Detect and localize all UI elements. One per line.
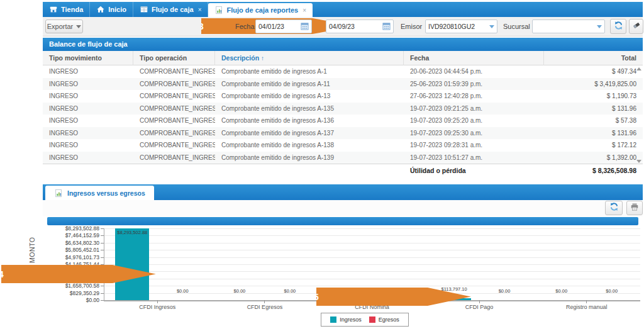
table-row[interactable]: INGRESOCOMPROBANTE_INGRESOComprobante em… (43, 139, 643, 152)
chart-print-button[interactable] (626, 201, 643, 215)
chart-legend: Ingresos Egresos (321, 313, 409, 327)
fecha-label: Fecha (235, 20, 255, 33)
bar-value-label: $0.00 (177, 288, 189, 294)
column-header-fecha[interactable]: Fecha (404, 51, 544, 65)
report-chart-icon (214, 6, 223, 14)
legend-item-egresos: Egresos (369, 316, 399, 323)
tab-inicio[interactable]: Inicio (90, 2, 133, 17)
table-row[interactable]: INGRESOCOMPROBANTE_INGRESOComprobante em… (43, 127, 643, 140)
export-button-label: Exportar (47, 23, 74, 30)
table-row[interactable]: INGRESOCOMPROBANTE_INGRESOComprobante em… (43, 115, 643, 127)
category-registro-manual: $0.00 $0.00 (533, 228, 640, 300)
category-cfdi-egresos: $0.00 $0.00 (211, 228, 319, 300)
bar-value-label: $113,797.10 (441, 286, 467, 292)
emisor-value: IVD920810GU2 (428, 23, 489, 30)
chart-toolbar (43, 200, 643, 216)
y-axis-tick-labels: $8,293,502.88 $7,464,152.59 $6,634,802.3… (36, 225, 99, 304)
column-header-tipo-operacion[interactable]: Tipo operación (133, 51, 215, 65)
refresh-button[interactable] (610, 19, 626, 34)
export-button[interactable]: Exportar (45, 20, 83, 33)
home-icon (96, 5, 105, 14)
bar-value-label: $0.00 (555, 288, 567, 294)
chevron-down-icon (597, 25, 602, 28)
table-row[interactable]: INGRESOCOMPROBANTE_INGRESOComprobante em… (43, 103, 643, 115)
column-header-descripcion[interactable]: Descripción ↑ (215, 51, 404, 65)
callout-number: 4 (0, 269, 4, 279)
column-header-total[interactable]: Total (544, 51, 643, 65)
table-row[interactable]: INGRESOCOMPROBANTE_INGRESOComprobante em… (43, 152, 643, 164)
close-icon[interactable]: × (198, 6, 202, 13)
clear-filters-button[interactable] (629, 19, 643, 34)
chevron-down-icon (76, 25, 81, 28)
tab-flujo-de-caja-reportes[interactable]: Flujo de caja reportes × (208, 3, 313, 17)
close-icon[interactable]: × (303, 7, 306, 14)
report-chart-icon (54, 189, 63, 198)
chart-title-bar (47, 217, 638, 225)
table-row[interactable]: INGRESOCOMPROBANTE_INGRESOComprobante em… (43, 78, 643, 91)
category-cfdi-ingresos: $8,293,502.88 $0.00 (104, 228, 211, 300)
table-row[interactable]: INGRESOCOMPROBANTE_INGRESOComprobante em… (43, 65, 643, 78)
date-to-input[interactable]: 04/09/23 (326, 20, 394, 33)
tab-label: Flujo de caja (152, 6, 194, 13)
date-from-value: 04/01/23 (258, 23, 301, 30)
sort-ascending-icon: ↑ (261, 55, 264, 62)
application-window: Tienda Inicio Flujo de caja × Flujo de c… (0, 0, 644, 336)
legend-item-ingresos: Ingresos (330, 316, 362, 323)
sucursal-label: Sucursal (503, 20, 530, 33)
chart-refresh-button[interactable] (605, 201, 623, 215)
cashflow-grid-icon (140, 5, 148, 14)
scroll-down-icon[interactable] (636, 160, 641, 163)
calendar-icon[interactable] (382, 22, 391, 31)
total-row-label: Útilidad o pérdida (404, 164, 544, 177)
bar-value-label: $0.00 (234, 288, 246, 294)
eraser-icon (632, 21, 641, 32)
tab-label: Flujo de caja reportes (226, 6, 298, 14)
bar-ingresos[interactable] (115, 228, 149, 300)
calendar-icon[interactable] (301, 22, 309, 31)
table-row[interactable]: INGRESOCOMPROBANTE_INGRESOComprobante em… (43, 90, 643, 103)
table-header-row: Tipo movimiento Tipo operación Descripci… (43, 51, 643, 65)
chart-tab-label: Ingresos versus egresos (67, 189, 145, 197)
total-row-value: $ 8,326,508.98 (544, 164, 643, 177)
bar-value-label: $0.00 (284, 288, 296, 294)
chart-tab-bar: Ingresos versus egresos (43, 184, 643, 200)
printer-icon (630, 203, 639, 214)
emisor-label: Emisor (401, 20, 422, 33)
column-header-tipo-movimiento[interactable]: Tipo movimiento (43, 51, 133, 65)
tab-label: Inicio (108, 6, 126, 13)
tab-label: Tienda (61, 6, 83, 13)
bar-value-label: $0.00 (606, 288, 618, 294)
refresh-icon (609, 202, 619, 214)
tab-tienda[interactable]: Tienda (43, 2, 90, 17)
bar-value-label: $8,293,502.88 (117, 230, 147, 235)
category-cfdi-pago: $113,797.10 $0.00 (426, 228, 533, 300)
legend-swatch-egresos (369, 316, 375, 323)
store-icon (49, 5, 58, 14)
main-tab-bar: Tienda Inicio Flujo de caja × Flujo de c… (43, 2, 643, 17)
y-axis-title: MONTO (28, 254, 36, 263)
emisor-select[interactable]: IVD920810GU2 (425, 20, 497, 33)
date-from-input[interactable]: 04/01/23 (255, 20, 312, 33)
scroll-up-icon[interactable] (636, 67, 641, 70)
tab-ingresos-versus-egresos[interactable]: Ingresos versus egresos (45, 186, 154, 200)
chevron-down-icon (489, 25, 494, 28)
bar-value-label: $0.00 (499, 288, 511, 294)
tab-flujo-de-caja[interactable]: Flujo de caja × (133, 2, 208, 17)
table-panel-title: Balance de flujo de caja (43, 38, 643, 51)
legend-swatch-ingresos (330, 316, 336, 323)
table-body: INGRESOCOMPROBANTE_INGRESOComprobante em… (43, 65, 643, 164)
date-to-value: 04/09/23 (329, 23, 382, 30)
refresh-icon (614, 21, 623, 33)
sucursal-select[interactable] (532, 20, 605, 33)
column-header-label: Descripción (221, 54, 259, 62)
table-total-row: Útilidad o pérdida $ 8,326,508.98 (43, 164, 643, 177)
